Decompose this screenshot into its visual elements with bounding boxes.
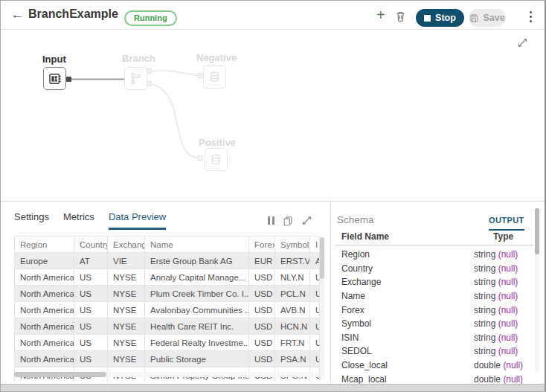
field-type: string (null) xyxy=(474,249,518,260)
add-icon[interactable]: + xyxy=(376,7,385,24)
schema-col-type: Type xyxy=(493,231,513,242)
table-cell: Annaly Capital Manage... xyxy=(145,269,249,286)
save-button-label: Save xyxy=(483,13,504,23)
table-row[interactable]: North AmericaUSNYSEAnnaly Capital Manage… xyxy=(15,269,320,286)
field-name: Name xyxy=(341,291,474,301)
field-type: double (null) xyxy=(474,360,523,370)
node-branch[interactable] xyxy=(124,67,147,90)
table-cell: Health Care REIT Inc. xyxy=(145,318,249,335)
table-cell: EUR xyxy=(249,253,275,269)
table-cell: USD xyxy=(249,335,275,351)
table-row[interactable]: North AmericaUSNYSEPublic StorageUSDPSA.… xyxy=(15,351,320,367)
table-cell: NYSE xyxy=(108,351,145,367)
stop-button[interactable]: Stop xyxy=(416,9,464,27)
field-name: Region xyxy=(341,249,474,260)
save-button[interactable]: Save xyxy=(469,9,506,27)
schema-vertical-scrollbar[interactable] xyxy=(535,208,539,372)
page-title: BranchExample xyxy=(28,7,118,21)
table-cell: U xyxy=(310,351,320,367)
table-cell: North America xyxy=(15,269,74,286)
copy-icon[interactable] xyxy=(283,216,293,226)
pipeline-wires xyxy=(1,1,546,202)
app-window: ← BranchExample Running + Stop Save xyxy=(0,0,546,392)
schema-field-row: Namestring (null) xyxy=(341,289,529,303)
preview-expand-icon[interactable] xyxy=(301,215,312,226)
schema-col-field-name: Field Name xyxy=(341,231,389,242)
table-cell: Avalonbay Communities ... xyxy=(145,302,249,318)
schema-header-divider xyxy=(335,245,533,245)
branch-icon xyxy=(129,71,143,86)
table-cell: NYSE xyxy=(108,318,145,335)
table-cell: NYSE xyxy=(108,302,145,318)
table-header-row: RegionCountryExchangeNameForexSymbolI xyxy=(15,237,320,253)
table-cell: NLY.N xyxy=(275,269,310,286)
table-cell: USD xyxy=(249,286,275,302)
table-cell: USD xyxy=(249,269,275,286)
table-cell: PCL.N xyxy=(275,286,310,302)
table-cell: Europe xyxy=(15,253,74,269)
stop-button-label: Stop xyxy=(435,13,456,23)
schema-field-row: Exchangestring (null) xyxy=(341,275,529,289)
tab-output[interactable]: OUTPUT xyxy=(489,216,524,231)
kebab-menu-icon[interactable] xyxy=(527,11,534,22)
node-input[interactable] xyxy=(43,67,66,90)
field-name: Mcap_local xyxy=(341,374,474,385)
canvas-expand-icon[interactable] xyxy=(517,37,528,48)
field-name: Country xyxy=(341,263,474,274)
schema-field-row: Regionstring (null) xyxy=(341,248,529,262)
schema-field-row: Close_localdouble (null) xyxy=(341,359,529,373)
table-cell: USD xyxy=(249,302,275,318)
table-cell: US xyxy=(74,335,108,351)
canvas-panel-divider xyxy=(1,201,545,202)
field-name: Forex xyxy=(341,305,474,315)
column-header: Symbol xyxy=(275,237,310,253)
node-label-negative: Negative xyxy=(196,52,237,63)
table-cell: Erste Group Bank AG xyxy=(145,253,249,269)
column-header: I xyxy=(310,237,320,253)
table-cell: USD xyxy=(249,318,275,335)
node-negative[interactable] xyxy=(203,65,226,89)
table-row[interactable]: North AmericaUSNYSEAvalonbay Communities… xyxy=(15,302,320,318)
field-type: string (null) xyxy=(474,305,518,315)
table-vertical-scrollbar[interactable] xyxy=(320,237,324,379)
tab-settings[interactable]: Settings xyxy=(14,211,49,230)
back-arrow-icon[interactable]: ← xyxy=(11,7,24,22)
field-type: string (null) xyxy=(474,318,518,329)
table-row[interactable]: EuropeATVIEErste Group Bank AGEURERST.VI… xyxy=(15,253,320,269)
pause-icon[interactable] xyxy=(268,216,274,225)
schema-field-row: Symbolstring (null) xyxy=(341,317,529,331)
tab-metrics[interactable]: Metrics xyxy=(63,211,94,230)
table-row[interactable]: North AmericaUSNYSEPlum Creek Timber Co.… xyxy=(15,286,320,302)
table-cell: U xyxy=(310,335,320,351)
column-header: Exchange xyxy=(108,237,145,253)
field-type: string (null) xyxy=(474,263,518,274)
node-positive[interactable] xyxy=(205,148,228,171)
schema-field-list: Regionstring (null)Countrystring (null)E… xyxy=(341,248,529,386)
table-cell: A xyxy=(310,253,320,269)
field-name: Symbol xyxy=(341,318,474,329)
stop-square-icon xyxy=(424,15,431,22)
field-name: SEDOL xyxy=(341,346,474,356)
data-preview-table: RegionCountryExchangeNameForexSymbolI Eu… xyxy=(14,236,320,382)
trash-icon[interactable] xyxy=(395,10,406,22)
table-cell: Public Storage xyxy=(145,351,249,367)
table-row[interactable]: North AmericaUSNYSEHealth Care REIT Inc.… xyxy=(15,318,320,335)
table-cell: North America xyxy=(15,335,74,351)
table-cell: North America xyxy=(15,302,74,318)
table-cell: U xyxy=(310,286,320,302)
table-cell: AT xyxy=(74,253,108,269)
field-type: string (null) xyxy=(474,332,518,343)
input-chip-icon xyxy=(48,71,62,86)
table-cell: NYSE xyxy=(108,335,145,351)
schema-field-row: Forexstring (null) xyxy=(341,303,529,317)
tab-data-preview[interactable]: Data Preview xyxy=(109,211,166,230)
table-cell: U xyxy=(310,302,320,318)
table-cell: USD xyxy=(249,351,275,367)
table-cell: HCN.N xyxy=(275,318,310,335)
schema-field-row: Countrystring (null) xyxy=(341,262,529,276)
table-row[interactable]: North AmericaUSNYSEFederal Realty Invest… xyxy=(15,335,320,351)
schema-header-row: Field Name Type xyxy=(341,231,527,242)
field-name: Close_local xyxy=(341,360,474,370)
table-horizontal-scrollbar[interactable] xyxy=(14,372,319,377)
table-cell: North America xyxy=(15,286,74,302)
